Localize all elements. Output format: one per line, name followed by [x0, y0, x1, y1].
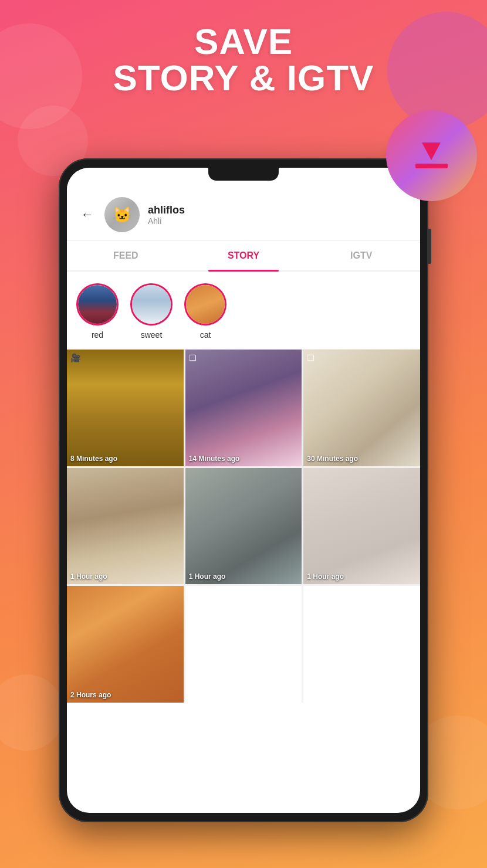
app-headline: SAVE STORY & IGTV	[0, 0, 487, 96]
media-item-4[interactable]: 1 Hour ago	[185, 468, 302, 585]
bg-decoration-4	[0, 674, 65, 751]
story-label-cat: cat	[200, 330, 211, 340]
media-time-2: 30 Minutes ago	[307, 455, 358, 463]
phone-side-button	[428, 229, 431, 264]
story-item-red[interactable]: red	[76, 283, 119, 340]
story-item-cat[interactable]: cat	[184, 283, 226, 340]
back-button[interactable]: ←	[79, 205, 96, 225]
media-item-8	[303, 586, 420, 703]
story-item-sweet[interactable]: sweet	[130, 283, 173, 340]
headline-line1: SAVE	[194, 21, 293, 62]
profile-info: ahliflos Ahli	[148, 204, 185, 226]
tab-igtv[interactable]: IGTV	[302, 241, 420, 270]
phone-notch	[208, 168, 279, 181]
profile-username: ahliflos	[148, 204, 185, 216]
tab-bar: FEED STORY IGTV	[67, 241, 420, 272]
tab-story[interactable]: STORY	[185, 241, 303, 270]
media-time-0: 8 Minutes ago	[70, 455, 117, 463]
phone-screen: ← 🐱 ahliflos Ahli FEED STORY IGTV	[67, 168, 420, 813]
media-time-5: 1 Hour ago	[307, 572, 344, 581]
media-item-3[interactable]: 1 Hour ago	[67, 468, 184, 585]
tab-feed[interactable]: FEED	[67, 241, 185, 270]
download-badge[interactable]	[393, 117, 469, 194]
multi-icon-2: ❏	[307, 353, 314, 362]
media-time-1: 14 Minutes ago	[189, 455, 240, 463]
video-icon-0: 🎥	[70, 353, 80, 362]
media-item-5[interactable]: 1 Hour ago	[303, 468, 420, 585]
story-circle-sweet	[130, 283, 173, 326]
media-item-7	[185, 586, 302, 703]
story-circle-red	[76, 283, 119, 326]
media-item-1[interactable]: ❏ 14 Minutes ago	[185, 350, 302, 466]
download-icon	[415, 143, 448, 168]
media-grid: 🎥 8 Minutes ago ❏ 14 Minutes ago ❏ 30 Mi…	[67, 350, 420, 703]
story-label-red: red	[92, 330, 103, 340]
media-item-6[interactable]: 2 Hours ago	[67, 586, 184, 703]
story-circles-row: red sweet cat	[67, 272, 420, 350]
media-time-4: 1 Hour ago	[189, 572, 226, 581]
phone-mockup: ← 🐱 ahliflos Ahli FEED STORY IGTV	[59, 158, 428, 822]
story-circle-cat	[184, 283, 226, 326]
multi-icon-1: ❏	[189, 353, 197, 362]
story-label-sweet: sweet	[141, 330, 163, 340]
media-item-0[interactable]: 🎥 8 Minutes ago	[67, 350, 184, 466]
media-time-6: 2 Hours ago	[70, 691, 111, 699]
phone-frame: ← 🐱 ahliflos Ahli FEED STORY IGTV	[59, 158, 428, 822]
profile-display-name: Ahli	[148, 216, 185, 226]
avatar: 🐱	[104, 197, 140, 232]
media-time-3: 1 Hour ago	[70, 572, 107, 581]
media-item-2[interactable]: ❏ 30 Minutes ago	[303, 350, 420, 466]
headline-line2: STORY & IGTV	[113, 57, 374, 98]
